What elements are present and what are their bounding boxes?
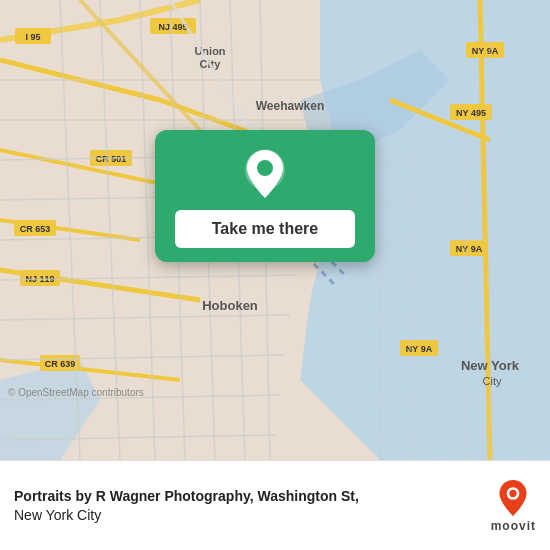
moovit-logo: moovit [491,479,536,533]
svg-text:CR 653: CR 653 [20,224,51,234]
svg-text:NY 9A: NY 9A [472,46,499,56]
svg-text:I 95: I 95 [25,32,40,42]
location-card: Take me there [155,130,375,262]
svg-text:CR 639: CR 639 [45,359,76,369]
svg-text:NY 9A: NY 9A [456,244,483,254]
moovit-pin-icon [497,479,529,517]
app: I 95 NJ 495 NY 9A NY 495 NY 9A NY 9A NJ … [0,0,550,550]
location-pin-icon [239,148,291,200]
svg-text:Hoboken: Hoboken [202,298,258,313]
svg-text:NY 495: NY 495 [456,108,486,118]
svg-text:City: City [483,375,502,387]
svg-point-80 [510,489,517,496]
svg-text:New York: New York [461,358,520,373]
svg-point-78 [257,160,273,176]
location-name: Portraits by R Wagner Photography, Washi… [14,487,481,505]
map-container[interactable]: I 95 NJ 495 NY 9A NY 495 NY 9A NY 9A NJ … [0,0,550,460]
take-me-there-button[interactable]: Take me there [175,210,355,248]
attribution-text: © OpenStreetMap contributors [8,387,144,398]
location-info: Portraits by R Wagner Photography, Washi… [14,487,491,523]
moovit-text: moovit [491,519,536,533]
location-city: New York City [14,506,481,524]
bottom-bar: Portraits by R Wagner Photography, Washi… [0,460,550,550]
svg-text:Weehawken: Weehawken [256,99,324,113]
